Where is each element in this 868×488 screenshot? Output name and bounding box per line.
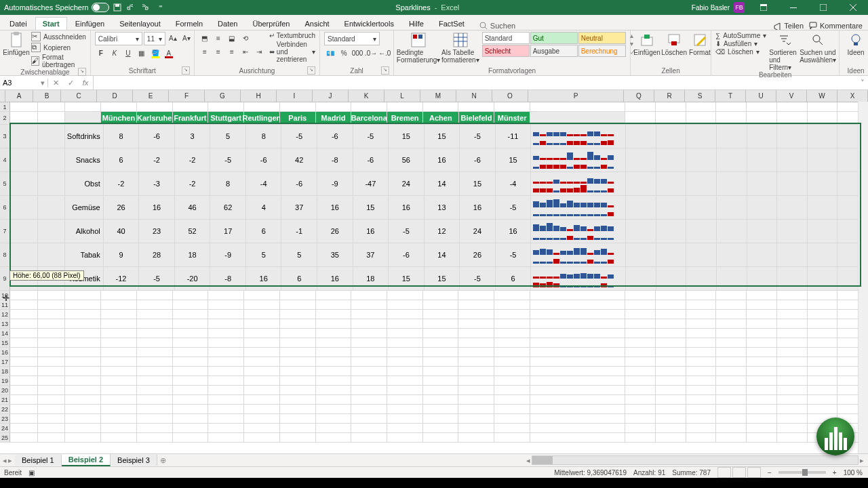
cell-E17[interactable] — [137, 357, 173, 366]
cell-J13[interactable] — [316, 319, 352, 328]
cell-B2[interactable] — [38, 112, 66, 124]
cell-Q24[interactable] — [625, 424, 656, 432]
cell-H3[interactable]: 8 — [246, 125, 282, 148]
cell-Q19[interactable] — [625, 376, 656, 385]
cell-D24[interactable] — [101, 424, 137, 432]
format-as-table-button[interactable]: Als Tabelleformatieren▾ — [441, 32, 479, 64]
cell-W14[interactable] — [808, 329, 838, 338]
cell-J1[interactable] — [316, 102, 352, 111]
cell-P16[interactable] — [530, 348, 625, 357]
cell-U15[interactable] — [747, 338, 777, 347]
cell-Q21[interactable] — [625, 395, 656, 404]
cell-Q22[interactable] — [625, 405, 656, 413]
font-name-dropdown[interactable]: Calibri▾ — [95, 32, 142, 45]
cell-P5[interactable] — [531, 172, 626, 195]
cell-K24[interactable] — [351, 424, 387, 432]
cell-O7[interactable]: 16 — [496, 220, 532, 243]
cell-K21[interactable] — [351, 395, 387, 404]
cell-R10[interactable] — [656, 291, 686, 300]
sort-filter-button[interactable]: Sortieren undFiltern▾ — [769, 32, 798, 71]
column-header-E[interactable]: E — [133, 90, 169, 102]
cell-F6[interactable]: 46 — [175, 196, 211, 219]
cell-J9[interactable]: 16 — [317, 267, 353, 290]
toggle-switch-icon[interactable] — [92, 3, 109, 12]
enter-formula-icon[interactable]: ✓ — [63, 76, 78, 89]
cell-Q13[interactable] — [625, 319, 656, 328]
cell-H11[interactable] — [244, 300, 280, 309]
cell-Q20[interactable] — [625, 386, 656, 394]
cell-I6[interactable]: 37 — [281, 196, 317, 219]
cell-R21[interactable] — [656, 395, 686, 404]
cell-G15[interactable] — [208, 338, 244, 347]
cell-A5[interactable] — [10, 172, 38, 195]
cell-M10[interactable] — [423, 291, 459, 300]
cell-K4[interactable]: -6 — [353, 148, 389, 171]
cell-T5[interactable] — [717, 172, 747, 195]
cell-K8[interactable]: 37 — [353, 243, 389, 266]
cell-W13[interactable] — [808, 319, 838, 328]
cell-P6[interactable] — [531, 196, 626, 219]
cell-H19[interactable] — [244, 376, 280, 385]
cell-D12[interactable] — [101, 310, 137, 319]
cell-M20[interactable] — [423, 386, 459, 394]
cell-R7[interactable] — [656, 220, 687, 243]
cell-I19[interactable] — [280, 376, 316, 385]
cell-E16[interactable] — [137, 348, 173, 357]
cell-W22[interactable] — [808, 405, 838, 413]
cell-H15[interactable] — [244, 338, 280, 347]
cell-L25[interactable] — [387, 433, 423, 442]
cell-M19[interactable] — [423, 376, 459, 385]
cell-L20[interactable] — [387, 386, 423, 394]
cell-C25[interactable] — [65, 433, 101, 442]
cell-M7[interactable]: 12 — [425, 220, 460, 243]
tab-ueberpruefen[interactable]: Überprüfen — [245, 18, 296, 30]
row-header-6[interactable]: 6 — [0, 196, 10, 219]
row-header-24[interactable]: 24 — [0, 424, 10, 432]
sheet-tab-1[interactable]: Beispiel 1 — [15, 455, 62, 466]
insert-function-icon[interactable]: fx — [78, 76, 93, 89]
cell-U18[interactable] — [747, 367, 777, 375]
cell-F4[interactable]: -2 — [175, 148, 211, 171]
cell-R6[interactable] — [656, 196, 687, 219]
cell-V2[interactable] — [777, 112, 808, 124]
column-header-P[interactable]: P — [528, 90, 624, 102]
paste-button[interactable]: Einfügen — [4, 32, 28, 56]
cell-M8[interactable]: 14 — [425, 243, 460, 266]
cell-T1[interactable] — [716, 102, 747, 111]
cell-T19[interactable] — [716, 376, 747, 385]
cell-P10[interactable] — [530, 291, 625, 300]
cell-U6[interactable] — [747, 196, 778, 219]
column-header-L[interactable]: L — [384, 90, 420, 102]
cell-A15[interactable] — [10, 338, 38, 347]
cell-C4[interactable]: Snacks — [65, 148, 104, 171]
cell-S20[interactable] — [686, 386, 717, 394]
cell-N3[interactable]: -5 — [460, 125, 496, 148]
sheet-nav-last-icon[interactable]: ▸ — [8, 456, 12, 465]
cell-K10[interactable] — [351, 291, 387, 300]
cell-F5[interactable]: -2 — [175, 172, 211, 195]
cell-P4[interactable] — [531, 148, 626, 171]
cell-B12[interactable] — [38, 310, 66, 319]
cell-Q12[interactable] — [625, 310, 656, 319]
cell-I12[interactable] — [280, 310, 316, 319]
cell-V8[interactable] — [777, 243, 808, 266]
row-header-18[interactable]: 18 — [0, 367, 10, 375]
increase-indent-icon[interactable]: ⇥ — [253, 45, 265, 58]
close-icon[interactable] — [838, 0, 868, 15]
cell-G7[interactable]: 17 — [210, 220, 246, 243]
cell-B24[interactable] — [38, 424, 66, 432]
cell-J5[interactable]: -9 — [317, 172, 353, 195]
cell-D21[interactable] — [101, 395, 137, 404]
cell-F2[interactable]: Frankfurt — [173, 112, 209, 124]
cell-M3[interactable]: 15 — [425, 125, 460, 148]
cell-V13[interactable] — [777, 319, 808, 328]
cell-T4[interactable] — [717, 148, 747, 171]
cell-B22[interactable] — [38, 405, 66, 413]
cell-T20[interactable] — [716, 386, 747, 394]
cell-H16[interactable] — [244, 348, 280, 357]
worksheet-grid[interactable]: ABCDEFGHIJKLMNOPQRSTUVWX 12MünchenKarlsr… — [0, 90, 868, 453]
cell-J23[interactable] — [316, 414, 352, 423]
cell-I20[interactable] — [280, 386, 316, 394]
cell-H5[interactable]: -4 — [246, 172, 282, 195]
cell-G8[interactable]: -9 — [210, 243, 246, 266]
